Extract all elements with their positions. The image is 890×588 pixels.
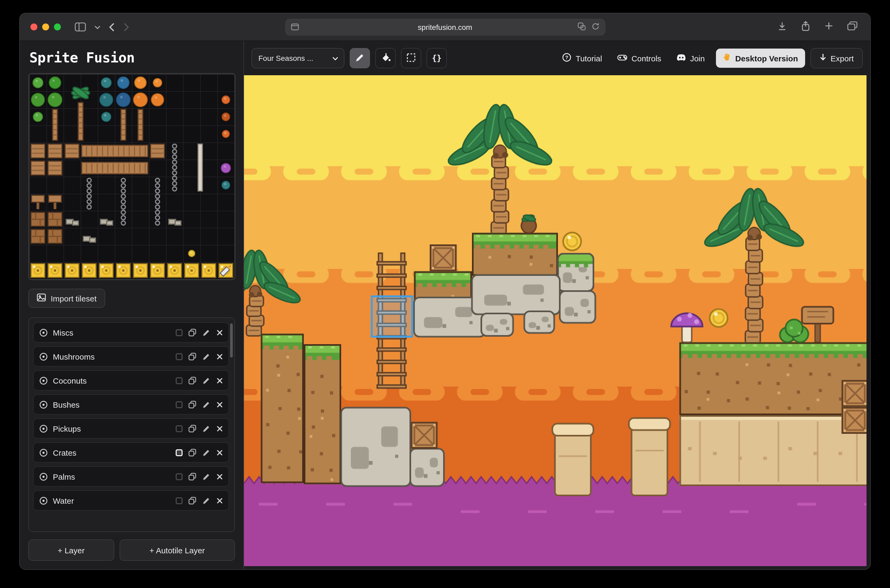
layer-row[interactable]: Water: [33, 490, 229, 511]
layer-label: Water: [53, 496, 171, 505]
tileset-select[interactable]: Four Seasons ...: [251, 48, 344, 68]
layer-label: Crates: [53, 448, 171, 457]
screen: spritefusion.com: [0, 0, 890, 588]
downloads-icon[interactable]: [777, 21, 787, 33]
layer-edit-icon[interactable]: [202, 496, 210, 504]
import-tileset-button[interactable]: Import tileset: [28, 289, 105, 308]
layer-duplicate-icon[interactable]: [188, 376, 197, 384]
layer-delete-icon[interactable]: [216, 473, 223, 480]
layer-delete-icon[interactable]: [216, 329, 223, 336]
layer-edit-icon[interactable]: [202, 400, 210, 408]
layer-delete-icon[interactable]: [216, 353, 223, 360]
layer-duplicate-icon[interactable]: [188, 496, 197, 504]
pencil-icon: [355, 52, 365, 64]
code-tool-button[interactable]: {}: [427, 48, 447, 68]
chevron-down-icon: [332, 54, 338, 62]
layer-label: Pickups: [53, 424, 171, 433]
new-tab-icon[interactable]: [824, 21, 833, 33]
layer-edit-icon[interactable]: [202, 376, 210, 384]
paint-bucket-icon: [380, 52, 391, 64]
translate-icon[interactable]: [577, 22, 585, 32]
close-window-button[interactable]: [30, 24, 38, 30]
layer-edit-icon[interactable]: [202, 352, 210, 360]
layer-eye-icon[interactable]: [39, 472, 48, 481]
desktop-version-label: Desktop Version: [735, 54, 798, 63]
layer-visibility-toggle[interactable]: [176, 377, 183, 384]
controls-label: Controls: [631, 54, 661, 63]
layer-visibility-toggle[interactable]: [176, 425, 183, 432]
layer-edit-icon[interactable]: [202, 472, 210, 480]
share-icon[interactable]: [801, 21, 810, 33]
layer-edit-icon[interactable]: [202, 448, 210, 456]
layer-duplicate-icon[interactable]: [188, 448, 197, 456]
controls-button[interactable]: Controls: [611, 50, 667, 67]
image-icon: [37, 294, 46, 303]
tab-overview-icon[interactable]: [847, 21, 857, 33]
layer-visibility-toggle[interactable]: [176, 329, 183, 336]
app-title: Sprite Fusion: [29, 50, 235, 66]
pencil-tool-button[interactable]: [350, 48, 370, 68]
layer-duplicate-icon[interactable]: [188, 472, 197, 480]
layer-label: Coconuts: [53, 376, 171, 385]
layer-row[interactable]: Crates: [33, 442, 229, 463]
main-area: Four Seasons ...: [244, 41, 870, 569]
layer-delete-icon[interactable]: [216, 377, 223, 384]
layers-panel: Miscs Mush: [28, 318, 235, 532]
layer-duplicate-icon[interactable]: [188, 424, 197, 432]
tutorial-label: Tutorial: [576, 54, 602, 63]
layer-eye-icon[interactable]: [39, 424, 48, 433]
layer-eye-icon[interactable]: [39, 448, 48, 457]
layer-eye-icon[interactable]: [39, 400, 48, 409]
layer-row[interactable]: Bushes: [33, 394, 229, 415]
layer-duplicate-icon[interactable]: [188, 400, 197, 408]
layer-visibility-toggle[interactable]: [176, 473, 183, 480]
address-bar[interactable]: spritefusion.com: [285, 18, 605, 36]
layer-delete-icon[interactable]: [216, 449, 223, 456]
desktop-version-button[interactable]: Desktop Version: [716, 48, 805, 68]
back-icon[interactable]: [109, 22, 115, 32]
layer-visibility-toggle[interactable]: [176, 353, 183, 360]
tutorial-button[interactable]: ? Tutorial: [556, 48, 608, 68]
layer-visibility-toggle[interactable]: [176, 497, 183, 504]
layer-eye-icon[interactable]: [39, 376, 48, 385]
add-autotile-layer-button[interactable]: + Autotile Layer: [119, 540, 235, 561]
map-canvas[interactable]: [244, 75, 866, 566]
layer-edit-icon[interactable]: [202, 328, 210, 336]
sidebar-toggle-icon[interactable]: [75, 22, 86, 32]
add-layer-button[interactable]: + Layer: [28, 540, 114, 561]
layer-duplicate-icon[interactable]: [188, 352, 197, 360]
layer-row[interactable]: Coconuts: [33, 370, 229, 391]
export-label: Export: [830, 54, 854, 63]
layer-label: Mushrooms: [53, 352, 171, 361]
join-discord-button[interactable]: Join: [670, 50, 711, 67]
minimize-window-button[interactable]: [42, 24, 49, 30]
help-icon: ?: [562, 53, 571, 63]
chevron-down-icon[interactable]: [95, 25, 101, 29]
layers-scrollbar[interactable]: [230, 323, 233, 357]
layer-delete-icon[interactable]: [216, 425, 223, 432]
layer-eye-icon[interactable]: [39, 496, 48, 505]
layer-row[interactable]: Palms: [33, 466, 229, 487]
window-controls: [30, 24, 61, 30]
layer-row[interactable]: Pickups: [33, 418, 229, 439]
select-tool-button[interactable]: [401, 48, 421, 68]
layer-row[interactable]: Mushrooms: [33, 346, 229, 367]
layer-label: Miscs: [53, 328, 171, 337]
layer-visibility-toggle[interactable]: [176, 401, 183, 408]
braces-icon: {}: [432, 53, 442, 63]
layer-delete-icon[interactable]: [216, 497, 223, 504]
tileset-canvas[interactable]: [29, 74, 235, 279]
layer-edit-icon[interactable]: [202, 424, 210, 432]
layer-delete-icon[interactable]: [216, 401, 223, 408]
paint-bucket-tool-button[interactable]: [375, 48, 395, 68]
export-button[interactable]: Export: [810, 48, 863, 68]
layer-row[interactable]: Miscs: [33, 322, 229, 342]
layer-eye-icon[interactable]: [39, 352, 48, 361]
forward-icon[interactable]: [123, 22, 129, 32]
reload-icon[interactable]: [591, 22, 599, 32]
svg-text:?: ?: [565, 55, 568, 60]
layer-visibility-toggle[interactable]: [176, 449, 183, 456]
zoom-window-button[interactable]: [54, 24, 61, 30]
layer-duplicate-icon[interactable]: [188, 328, 197, 336]
layer-eye-icon[interactable]: [39, 328, 48, 337]
